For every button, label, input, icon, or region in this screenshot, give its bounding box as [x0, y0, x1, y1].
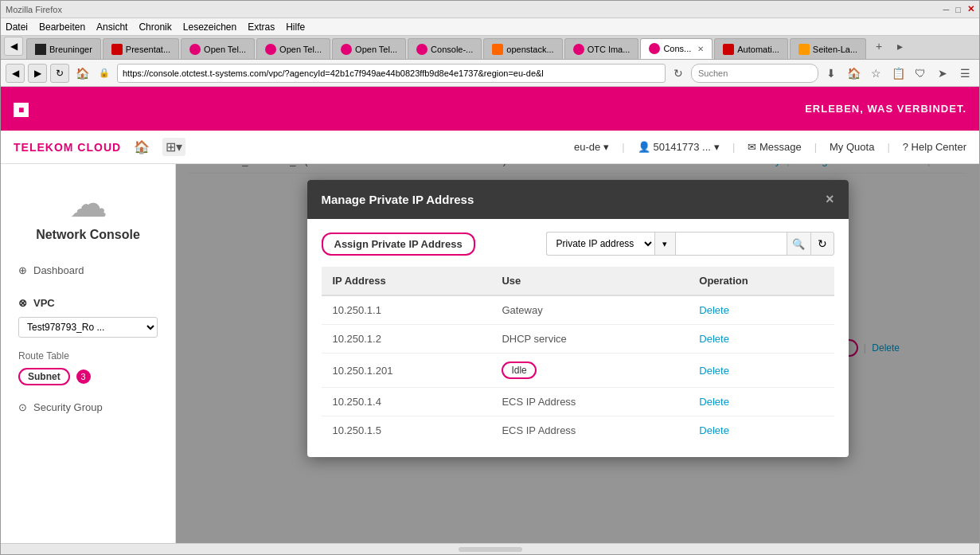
menu-bearbeiten[interactable]: Bearbeiten — [39, 21, 85, 33]
nav-grid-icon[interactable]: ⊞▾ — [162, 138, 185, 156]
header-bar: ■ ERLEBEN, WAS VERBINDET. — [1, 87, 979, 131]
modal-close-btn[interactable]: × — [826, 191, 834, 208]
close-btn[interactable]: ✕ — [967, 4, 974, 14]
delete-link[interactable]: Delete — [699, 333, 729, 345]
tab-opentel1[interactable]: Open Tel... — [181, 38, 255, 59]
home-nav-icon[interactable]: 🏠 — [844, 64, 863, 83]
op-cell: Delete — [688, 354, 834, 388]
use-cell: DHCP service — [490, 325, 688, 354]
download-icon[interactable]: ⬇ — [822, 64, 841, 83]
maximize-btn[interactable]: □ — [955, 5, 961, 14]
modal-title: Manage Private IP Address — [322, 193, 474, 206]
tab-breuninger[interactable]: Breuninger — [26, 38, 101, 59]
modal-body: Assign Private IP Address Private IP add… — [307, 219, 849, 457]
subnet-count: 3 — [76, 369, 91, 384]
sidebar-item-dashboard[interactable]: ⊕ Dashboard — [10, 258, 166, 283]
warn-favicon — [798, 44, 810, 55]
back-button[interactable]: ◀ — [6, 64, 25, 83]
table-body: 10.250.1.1 Gateway Delete 10.250.1.2 DHC… — [322, 295, 834, 444]
bottom-scroll-bar — [1, 543, 979, 554]
nav-bar: ◀ ▶ ↻ 🏠 🔒 ↻ ⬇ 🏠 ☆ 📋 🛡 ➤ ☰ — [1, 60, 979, 87]
filter-search-btn[interactable]: 🔍 — [787, 232, 810, 256]
tab-opentel2[interactable]: Open Tel... — [256, 38, 330, 59]
tab-overflow-btn[interactable]: ▸ — [890, 37, 909, 56]
reload-icon[interactable]: ↻ — [669, 64, 688, 83]
sidebar-item-security-group[interactable]: ⊙ Security Group — [10, 395, 166, 420]
forward-button[interactable]: ▶ — [28, 64, 47, 83]
back-btn[interactable]: ◀ — [4, 37, 23, 56]
nav-home-icon[interactable]: 🏠 — [134, 139, 150, 154]
tab-presentat[interactable]: Presentat... — [103, 38, 179, 59]
delete-link[interactable]: Delete — [699, 365, 729, 377]
modal-toolbar: Assign Private IP Address Private IP add… — [322, 232, 834, 256]
send-icon[interactable]: ➤ — [933, 64, 952, 83]
sidebar-vpc-title[interactable]: ⊗ VPC — [10, 292, 166, 314]
col-operation: Operation — [688, 267, 834, 295]
refresh-button[interactable]: ↻ — [50, 64, 69, 83]
filter-select[interactable]: Private IP address — [546, 232, 654, 256]
menu-lesezeichen[interactable]: Lesezeichen — [183, 21, 236, 33]
table-row: 10.250.1.1 Gateway Delete — [322, 295, 834, 325]
delete-link[interactable]: Delete — [699, 396, 729, 408]
security-group-label: Security Group — [33, 401, 103, 413]
menu-ansicht[interactable]: Ansicht — [96, 21, 127, 33]
dropdown-section: Test978793_Ro ... — [10, 314, 166, 341]
col-use: Use — [490, 267, 688, 295]
help-link[interactable]: ? Help Center — [903, 141, 966, 153]
subnet-row: Subnet 3 — [10, 365, 166, 389]
table-row: 10.250.1.4 ECS IP Address Delete — [322, 388, 834, 416]
app-nav: TELEKOM CLOUD 🏠 ⊞▾ eu-de ▾ | 👤 50141773 … — [1, 131, 979, 164]
assign-private-ip-btn[interactable]: Assign Private IP Address — [322, 233, 475, 256]
user-selector[interactable]: 👤 50141773 ... ▾ — [638, 141, 720, 153]
tab-automati[interactable]: Automati... — [714, 38, 788, 59]
filter-input[interactable] — [675, 232, 787, 256]
menu-icon[interactable]: ☰ — [955, 64, 974, 83]
tab-cons-active[interactable]: Cons... ✕ — [640, 38, 713, 59]
message-link[interactable]: ✉ Message — [748, 141, 801, 153]
tab-label: Open Tel... — [279, 45, 322, 54]
subnet-section: Route Table Subnet 3 — [10, 347, 166, 389]
idle-badge: Idle — [502, 362, 536, 379]
sep4: | — [887, 141, 889, 153]
search-input[interactable] — [691, 64, 818, 83]
tab-label: Open Tel... — [355, 45, 397, 54]
shield-icon[interactable]: 🛡 — [911, 64, 930, 83]
menu-chronik[interactable]: Chronik — [139, 21, 171, 33]
screenshot-icon[interactable]: 📋 — [888, 64, 908, 83]
vpc-dropdown[interactable]: Test978793_Ro ... — [18, 317, 158, 338]
region-selector[interactable]: eu-de ▾ — [574, 141, 609, 153]
menu-extras[interactable]: Extras — [248, 21, 275, 33]
delete-link[interactable]: Delete — [699, 304, 729, 316]
quota-link[interactable]: My Quota — [830, 141, 874, 153]
minimize-btn[interactable]: ─ — [943, 5, 950, 14]
filter-dropdown-btn[interactable]: ▾ — [654, 232, 675, 256]
telekom-favicon5 — [573, 44, 584, 55]
tab-otcima[interactable]: OTC Ima... — [564, 38, 639, 59]
tab-label: Cons... — [663, 44, 691, 53]
logo-mark: ■ — [14, 103, 29, 117]
delete-link[interactable]: Delete — [699, 424, 729, 436]
tab-label: OTC Ima... — [588, 45, 631, 54]
new-tab-btn[interactable]: + — [869, 37, 888, 56]
tab-label: Breuninger — [49, 45, 92, 54]
tab-console[interactable]: Console-... — [408, 38, 482, 59]
tab-seiten[interactable]: Seiten-La... — [790, 38, 866, 59]
subnet-badge-btn[interactable]: Subnet — [18, 368, 70, 385]
app-body: ☁ Network Console ⊕ Dashboard ⊗ VPC — [1, 164, 979, 543]
ip-cell: 10.250.1.1 — [322, 295, 491, 325]
menu-datei[interactable]: Datei — [6, 21, 28, 33]
breuninger-favicon — [35, 44, 46, 55]
filter-refresh-btn[interactable]: ↻ — [810, 232, 834, 256]
scroll-indicator[interactable] — [459, 547, 522, 552]
telekom-favicon4 — [416, 44, 428, 55]
region-dropdown-icon: ▾ — [603, 141, 609, 153]
tab-close-icon[interactable]: ✕ — [697, 45, 704, 53]
bookmark-icon[interactable]: ☆ — [866, 64, 885, 83]
menu-hilfe[interactable]: Hilfe — [286, 21, 305, 33]
orange-favicon — [492, 44, 503, 55]
lock-icon: 🔒 — [95, 64, 114, 83]
url-input[interactable] — [117, 64, 666, 83]
home-button[interactable]: 🏠 — [72, 64, 92, 83]
tab-openstack[interactable]: openstack... — [483, 38, 562, 59]
tab-opentel3[interactable]: Open Tel... — [332, 38, 406, 59]
